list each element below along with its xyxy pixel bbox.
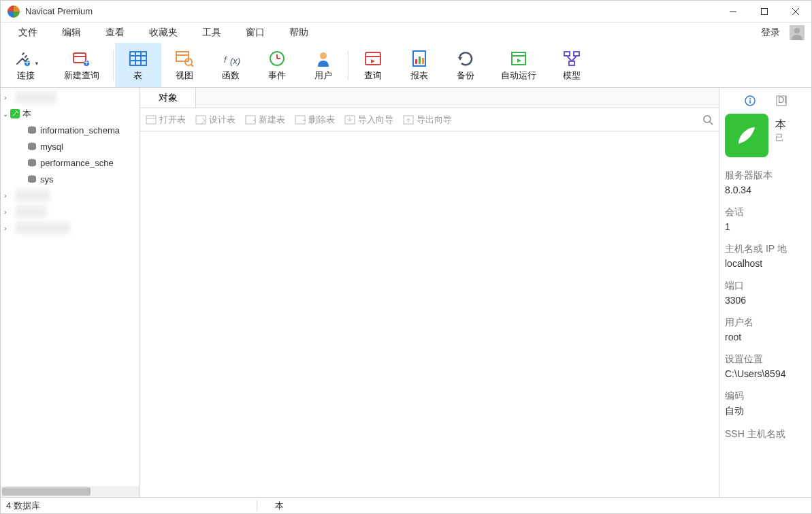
login-link[interactable]: 登录 bbox=[756, 24, 785, 42]
new-query-icon: + bbox=[72, 49, 91, 68]
maximize-button[interactable] bbox=[749, 1, 780, 22]
table-button[interactable]: 表 bbox=[115, 43, 161, 87]
user-icon bbox=[314, 49, 333, 68]
model-button[interactable]: 模型 bbox=[549, 43, 595, 87]
tab-objects[interactable]: 对象 bbox=[140, 88, 196, 108]
open-table-button[interactable]: 打开表 bbox=[146, 114, 186, 126]
tree-database[interactable]: information_schema bbox=[1, 122, 140, 138]
report-icon bbox=[410, 49, 429, 68]
view-button[interactable]: 视图 bbox=[161, 43, 208, 87]
svg-text:+: + bbox=[84, 57, 89, 67]
tree-database[interactable]: sys bbox=[1, 171, 140, 187]
export-icon bbox=[403, 115, 414, 125]
menu-help[interactable]: 帮助 bbox=[277, 24, 321, 42]
design-table-icon bbox=[195, 115, 206, 125]
svg-rect-38 bbox=[574, 52, 579, 56]
prop-label: 会话 bbox=[725, 206, 806, 219]
export-wizard-button[interactable]: 导出向导 bbox=[403, 114, 452, 126]
chevron-down-icon: ⌄ bbox=[1, 110, 10, 118]
new-table-button[interactable]: +新建表 bbox=[245, 114, 285, 126]
svg-point-58 bbox=[749, 98, 751, 99]
info-tab-ddl[interactable]: DDL bbox=[775, 95, 787, 107]
info-tab-info[interactable] bbox=[744, 95, 756, 107]
statusbar: 4 数据库 本 bbox=[1, 497, 811, 513]
report-button[interactable]: 报表 bbox=[396, 43, 442, 87]
svg-rect-32 bbox=[422, 58, 424, 64]
svg-marker-36 bbox=[517, 59, 521, 63]
connection-icon bbox=[10, 109, 20, 118]
connection-status: 已 bbox=[775, 132, 786, 144]
delete-table-icon: − bbox=[295, 115, 306, 125]
svg-point-55 bbox=[704, 116, 711, 123]
prop-value: C:\Users\8594 bbox=[725, 368, 806, 379]
design-table-button[interactable]: 设计表 bbox=[195, 114, 236, 126]
sidebar-hscrollbar[interactable] bbox=[1, 486, 140, 497]
menu-window[interactable]: 窗口 bbox=[233, 24, 277, 42]
connect-button[interactable]: + ▼ 连接 bbox=[1, 43, 52, 87]
function-button[interactable]: f(x) 函数 bbox=[208, 43, 254, 87]
minimize-button[interactable] bbox=[717, 1, 749, 22]
svg-point-25 bbox=[320, 52, 327, 59]
menu-edit[interactable]: 编辑 bbox=[50, 24, 93, 42]
svg-rect-11 bbox=[130, 52, 146, 65]
backup-button[interactable]: 备份 bbox=[442, 43, 489, 87]
database-icon bbox=[27, 142, 37, 150]
prop-value: root bbox=[725, 332, 806, 342]
model-icon bbox=[562, 49, 581, 68]
new-query-button[interactable]: + 新建查询 bbox=[52, 43, 112, 87]
prop-label: 主机名或 IP 地 bbox=[725, 243, 806, 255]
new-table-icon: + bbox=[245, 115, 256, 125]
tree-conn-blurred[interactable]: › bbox=[1, 220, 140, 236]
svg-rect-1 bbox=[762, 8, 768, 14]
event-button[interactable]: 事件 bbox=[254, 43, 300, 87]
object-list bbox=[140, 131, 719, 497]
user-avatar-icon[interactable] bbox=[790, 25, 805, 40]
query-button[interactable]: 查询 bbox=[350, 43, 396, 87]
svg-text:+: + bbox=[25, 57, 30, 67]
database-icon bbox=[27, 175, 37, 183]
tree-conn-blurred[interactable]: › bbox=[1, 89, 140, 106]
main-toolbar: + ▼ 连接 + 新建查询 表 视图 f(x) 函数 事件 用户 查询 报表 备… bbox=[1, 43, 811, 88]
prop-value: 3306 bbox=[725, 295, 806, 306]
delete-table-button[interactable]: −删除表 bbox=[295, 114, 335, 126]
tree-database[interactable]: mysql bbox=[1, 138, 140, 155]
menu-view[interactable]: 查看 bbox=[93, 24, 137, 42]
svg-point-4 bbox=[794, 28, 800, 33]
svg-line-41 bbox=[572, 56, 576, 61]
connection-sidebar: › ⌄ 本 information_schema mysql performan… bbox=[1, 88, 140, 497]
import-icon bbox=[344, 115, 355, 125]
connection-icon bbox=[263, 501, 272, 511]
svg-line-56 bbox=[710, 122, 713, 125]
import-wizard-button[interactable]: 导入向导 bbox=[344, 114, 393, 126]
connection-big-icon bbox=[725, 114, 768, 157]
tree-conn-blurred[interactable]: › bbox=[1, 204, 140, 220]
database-icon bbox=[27, 159, 37, 167]
prop-label: 设置位置 bbox=[725, 353, 806, 366]
svg-text:DDL: DDL bbox=[778, 95, 787, 105]
tree-database[interactable]: performance_sche bbox=[1, 155, 140, 171]
svg-rect-46 bbox=[146, 116, 156, 124]
tree-conn-blurred[interactable]: › bbox=[1, 187, 140, 204]
user-button[interactable]: 用户 bbox=[300, 43, 346, 87]
menu-file[interactable]: 文件 bbox=[6, 24, 50, 42]
open-table-icon bbox=[146, 115, 157, 125]
menu-tools[interactable]: 工具 bbox=[190, 24, 233, 42]
main-panel: 对象 打开表 设计表 +新建表 −删除表 导入向导 导出向导 bbox=[140, 88, 719, 497]
window-title: Navicat Premium bbox=[25, 6, 93, 16]
svg-rect-37 bbox=[564, 52, 570, 56]
query-icon bbox=[363, 49, 383, 68]
search-icon[interactable] bbox=[702, 114, 713, 125]
close-button[interactable] bbox=[780, 1, 811, 22]
svg-line-19 bbox=[191, 65, 193, 67]
backup-icon bbox=[456, 49, 475, 68]
svg-marker-28 bbox=[371, 59, 375, 63]
app-logo-icon bbox=[7, 5, 20, 18]
autorun-button[interactable]: 自动运行 bbox=[489, 43, 549, 87]
tree-active-connection[interactable]: ⌄ 本 bbox=[1, 106, 140, 122]
svg-line-40 bbox=[567, 56, 572, 61]
object-toolbar: 打开表 设计表 +新建表 −删除表 导入向导 导出向导 bbox=[140, 108, 719, 131]
function-icon: f(x) bbox=[221, 49, 240, 68]
svg-rect-31 bbox=[419, 57, 421, 64]
info-panel: DDL 本 已 服务器版本8.0.34 会话1 主机名或 IP 地localho… bbox=[719, 88, 811, 497]
menu-fav[interactable]: 收藏夹 bbox=[137, 24, 190, 42]
